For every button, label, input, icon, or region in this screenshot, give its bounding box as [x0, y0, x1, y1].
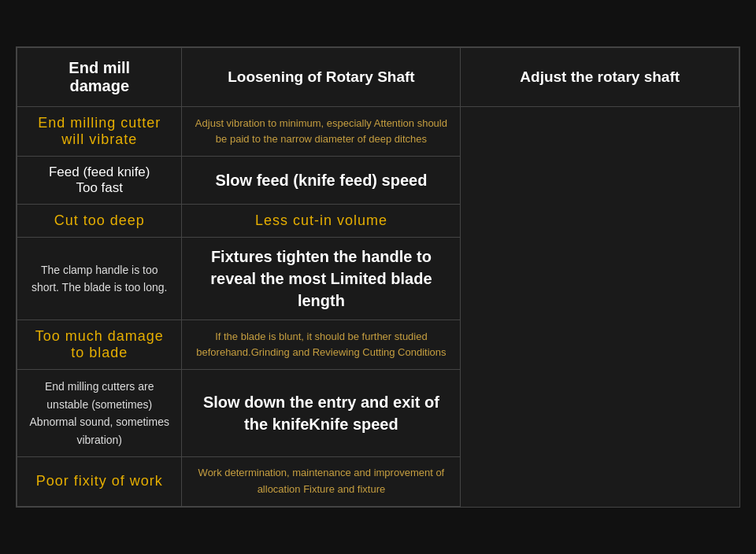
row-5-col2: Slow down the entry and exit of the knif…	[182, 370, 461, 457]
col1-header: Loosening of Rotary Shaft	[182, 48, 461, 107]
left-title-text: End mill damage	[69, 59, 130, 94]
row-3-col1: The clamp handle is too short. The blade…	[17, 238, 182, 320]
col2-header: Adjust the rotary shaft	[461, 48, 739, 107]
row-4-col1: Too much damage to blade	[17, 320, 182, 370]
main-table-wrapper: End mill damage Loosening of Rotary Shaf…	[16, 46, 740, 507]
left-title-cell: End mill damage	[17, 48, 182, 107]
row-6-col1: Poor fixity of work	[17, 456, 182, 506]
row-2-col2: Less cut-in volume	[182, 205, 461, 238]
row-1-col2: Slow feed (knife feed) speed	[182, 157, 461, 205]
row-1-col1: Feed (feed knife) Too fast	[17, 157, 182, 205]
row-6-col2: Work determination, maintenance and impr…	[182, 456, 461, 506]
row-4-col2: If the blade is blunt, it should be furt…	[182, 320, 461, 370]
row-2-col1: Cut too deep	[17, 205, 182, 238]
row-3-col2: Fixtures tighten the handle to reveal th…	[182, 238, 461, 320]
row-0-col2: Adjust vibration to minimum, especially …	[182, 107, 461, 157]
row-5-col1: End milling cutters are unstable (someti…	[17, 370, 182, 457]
row-0-col1: End milling cutter will vibrate	[17, 107, 182, 157]
